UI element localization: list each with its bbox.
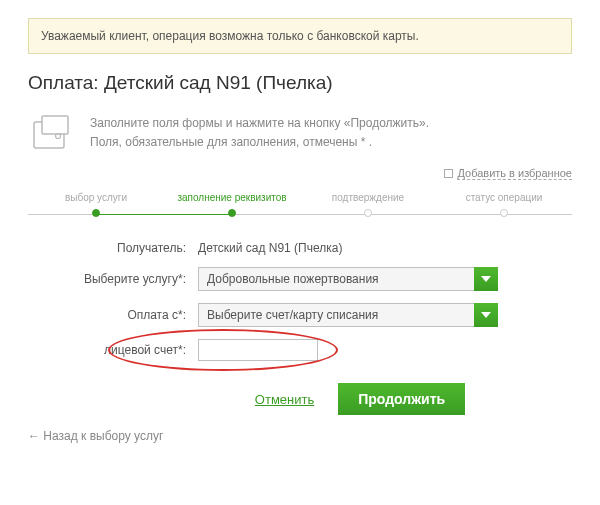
- step-3: подтверждение: [300, 192, 436, 217]
- account-input[interactable]: [198, 339, 318, 361]
- step-dot-icon: [500, 209, 508, 217]
- alert-text: Уважаемый клиент, операция возможна толь…: [41, 29, 419, 43]
- step-4-label: статус операции: [436, 192, 572, 203]
- cancel-link[interactable]: Отменить: [255, 392, 314, 407]
- chevron-down-icon[interactable]: [474, 267, 498, 291]
- continue-button[interactable]: Продолжить: [338, 383, 465, 415]
- recipient-value: Детский сад N91 (Пчелка): [198, 241, 342, 255]
- payment-form: Получатель: Детский сад N91 (Пчелка) Выб…: [28, 241, 572, 361]
- service-select[interactable]: Добровольные пожертвования: [198, 267, 498, 291]
- account-label: лицевой счет*:: [28, 343, 198, 357]
- recipient-row: Получатель: Детский сад N91 (Пчелка): [28, 241, 572, 255]
- step-dot-icon: [228, 209, 236, 217]
- svg-rect-1: [42, 116, 68, 134]
- info-line1: Заполните поля формы и нажмите на кнопку…: [90, 114, 429, 133]
- step-2: заполнение реквизитов: [164, 192, 300, 217]
- actions-row: Отменить Продолжить: [148, 383, 572, 415]
- payfrom-row: Оплата с*: Выберите счет/карту списания: [28, 303, 572, 327]
- info-line2: Поля, обязательные для заполнения, отмеч…: [90, 133, 429, 152]
- info-text: Заполните поля формы и нажмите на кнопку…: [90, 114, 429, 152]
- step-1: выбор услуги: [28, 192, 164, 217]
- page-title: Оплата: Детский сад N91 (Пчелка): [28, 72, 572, 94]
- step-4: статус операции: [436, 192, 572, 217]
- account-row: лицевой счет*:: [28, 339, 572, 361]
- service-select-value: Добровольные пожертвования: [198, 267, 498, 291]
- alert-banner: Уважаемый клиент, операция возможна толь…: [28, 18, 572, 54]
- service-row: Выберите услугу*: Добровольные пожертвов…: [28, 267, 572, 291]
- step-dot-icon: [364, 209, 372, 217]
- payfrom-select-value: Выберите счет/карту списания: [198, 303, 498, 327]
- favorite-icon: [444, 169, 453, 178]
- payfrom-select[interactable]: Выберите счет/карту списания: [198, 303, 498, 327]
- add-favorites-link[interactable]: Добавить в избранное: [457, 167, 572, 180]
- service-label: Выберите услугу*:: [28, 272, 198, 286]
- info-row: Заполните поля формы и нажмите на кнопку…: [28, 114, 572, 154]
- payfrom-label: Оплата с*:: [28, 308, 198, 322]
- step-1-label: выбор услуги: [28, 192, 164, 203]
- step-dot-icon: [92, 209, 100, 217]
- step-3-label: подтверждение: [300, 192, 436, 203]
- wallet-icon: [28, 114, 76, 154]
- progress-stepper: выбор услуги заполнение реквизитов подтв…: [28, 192, 572, 217]
- chevron-down-icon[interactable]: [474, 303, 498, 327]
- step-2-label: заполнение реквизитов: [164, 192, 300, 203]
- recipient-label: Получатель:: [28, 241, 198, 255]
- back-link[interactable]: Назад к выбору услуг: [28, 429, 163, 443]
